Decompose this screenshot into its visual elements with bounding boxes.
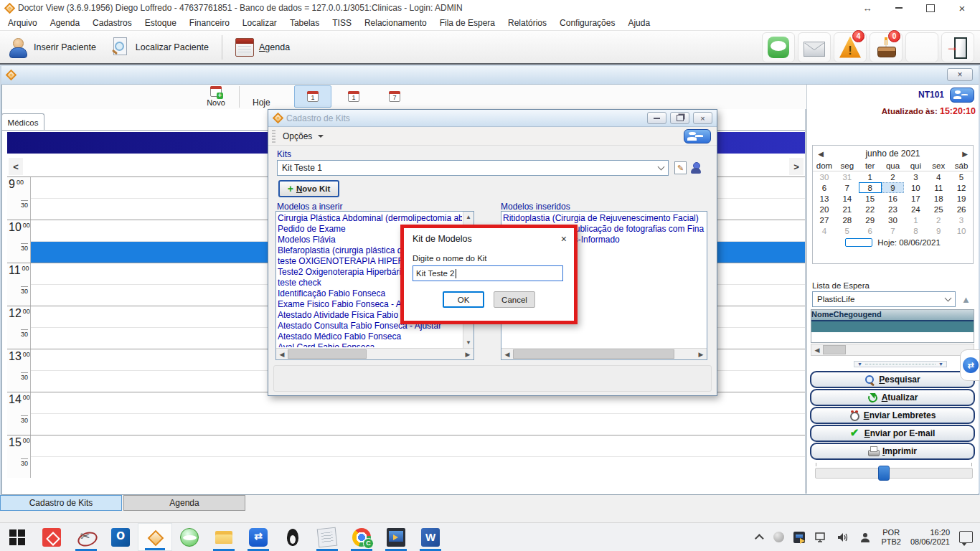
zoom-slider[interactable] (815, 468, 973, 479)
scrollbar-thumb[interactable] (513, 349, 674, 359)
list-hscrollbar[interactable]: ◀ ▶ (501, 348, 707, 359)
menu-item[interactable]: Ajuda (621, 16, 656, 30)
maximize-button[interactable] (924, 2, 937, 14)
monitorapp-tray-icon[interactable] (793, 532, 805, 543)
scroll-right-icon[interactable]: ▶ (695, 351, 707, 358)
calendar-day[interactable]: 15 (859, 193, 882, 204)
Imprimir-button[interactable]: Imprimir (810, 443, 975, 460)
ok-button[interactable]: OK (443, 291, 484, 308)
tab-medicos[interactable]: Médicos (1, 113, 44, 131)
waitlist-hscrollbar[interactable]: ◀ (811, 344, 974, 356)
calendar-day[interactable]: 16 (882, 193, 905, 204)
dialog-restore-button[interactable] (670, 112, 689, 124)
calendar-day[interactable]: 4 (813, 225, 836, 236)
mdi-tab[interactable]: Cadastro de Kits (0, 495, 122, 511)
menu-item[interactable]: Relatórios (501, 16, 553, 30)
calendar-day[interactable]: 7 (836, 182, 859, 193)
menu-item[interactable]: Configurações (553, 16, 621, 30)
dialog-close-button[interactable]: × (693, 112, 712, 124)
today-button[interactable]: Hoje (253, 98, 270, 108)
contacts-chip-icon[interactable] (684, 129, 711, 143)
contacts-button[interactable] (905, 32, 938, 62)
chat-button[interactable] (762, 32, 795, 62)
calendar-day[interactable]: 17 (904, 193, 927, 204)
calendar-day[interactable]: 24 (904, 204, 927, 215)
network-icon[interactable] (814, 531, 827, 544)
day-view-button[interactable] (294, 85, 331, 108)
insert-patient-button[interactable]: Inserir Paciente (0, 33, 103, 62)
scroll-up-icon[interactable]: ▲ (463, 212, 473, 222)
menu-item[interactable]: Financeiro (183, 16, 236, 30)
menu-item[interactable]: Localizar (236, 16, 283, 30)
list-item[interactable]: Atestado Médico Fabio Fonseca (278, 331, 462, 342)
clock[interactable]: 16:2008/06/2021 (910, 528, 950, 547)
calendar-day[interactable]: 21 (836, 204, 859, 215)
mail-button[interactable] (798, 32, 831, 62)
calendar-day[interactable]: 20 (813, 204, 836, 215)
list-item[interactable]: Ritidoplastia (Cirurgia de Rejuvenescime… (503, 213, 705, 224)
calendar-day[interactable]: 27 (813, 215, 836, 225)
exit-button[interactable] (941, 32, 974, 62)
contacts-chip-icon[interactable] (950, 88, 974, 103)
tray-app-icon[interactable] (773, 532, 784, 542)
dialog-minimize-button[interactable] (647, 112, 666, 124)
menu-item[interactable]: Fila de Espera (433, 16, 501, 30)
collapse-panel-icon[interactable]: ▲ (961, 294, 971, 305)
minimize-button[interactable] (892, 2, 905, 14)
scroll-right-icon[interactable]: ▶ (462, 351, 473, 358)
calendar-day[interactable]: 3 (950, 215, 973, 225)
kit-name-input[interactable]: Kit Teste 2 (413, 265, 563, 281)
scroll-left-icon[interactable]: < (9, 158, 23, 175)
calendar-day[interactable]: 3 (904, 171, 927, 182)
teamviewer-popup[interactable]: ⇄ (960, 349, 980, 381)
cancel-button[interactable]: Cancel (494, 291, 535, 308)
workweek-view-button[interactable] (335, 85, 372, 108)
panel-splitter[interactable]: ▼▼ (854, 361, 947, 367)
calendar-day[interactable]: 5 (950, 171, 973, 182)
calendar-day[interactable]: 11 (927, 182, 950, 193)
calendar-day[interactable]: 28 (836, 215, 859, 225)
alert-button[interactable]: 4 (834, 32, 867, 62)
list-item[interactable]: Cirurgia Plástica Abdominal (dermolipect… (278, 213, 462, 224)
menu-item[interactable]: Relacionamento (358, 16, 433, 30)
scrollbar-thumb[interactable] (288, 349, 367, 359)
edit-kit-icon[interactable]: ✎ (674, 161, 687, 174)
scrollbar-left-icon[interactable]: ◀ (811, 347, 823, 354)
user-tray-icon[interactable] (859, 531, 872, 544)
calendar-day[interactable]: 22 (859, 204, 882, 215)
calendar-day[interactable]: 23 (882, 204, 905, 215)
agenda-close-button[interactable]: × (947, 68, 973, 81)
agenda-slot[interactable] (31, 435, 805, 456)
calendar-day[interactable]: 8 (904, 225, 927, 236)
calendar-day[interactable]: 30 (813, 171, 836, 182)
modal-close-icon[interactable]: × (561, 233, 567, 245)
calendar-day[interactable]: 30 (882, 215, 905, 225)
clinic-select[interactable]: PlasticLife (812, 291, 956, 307)
kit-user-icon[interactable] (690, 161, 702, 174)
new-kit-button[interactable]: + Novo Kit (278, 180, 339, 197)
calendar-day[interactable]: 31 (836, 171, 859, 182)
scroll-left-icon[interactable]: ◀ (501, 351, 513, 358)
list-item[interactable]: Aval Card Fabio Fonseca (278, 342, 462, 347)
resize-arrows-icon[interactable]: ↔ (861, 2, 874, 14)
calendar-day[interactable]: 5 (836, 225, 859, 236)
today-label[interactable]: Hoje: 08/06/2021 (877, 238, 941, 247)
week-view-button[interactable] (376, 85, 413, 108)
menu-item[interactable]: Tabelas (283, 16, 326, 30)
cake-button[interactable]: 0 (870, 32, 903, 62)
calendar-day[interactable]: 1 (904, 215, 927, 225)
agenda-button[interactable]: Agenda (228, 33, 297, 62)
new-appointment-button[interactable]: Novo (202, 86, 230, 108)
calendar-day[interactable]: 12 (950, 182, 973, 193)
hidden-icons-chevron[interactable] (755, 534, 764, 543)
calendar-day[interactable]: 10 (950, 225, 973, 236)
Pesquisar-button[interactable]: Pesquisar (810, 371, 975, 388)
calendar-day[interactable]: 25 (927, 204, 950, 215)
calendar-day[interactable]: 4 (927, 171, 950, 182)
calendar-day[interactable]: 9 (882, 182, 905, 193)
Enviar por E-mail-button[interactable]: Enviar por E-mail (810, 425, 975, 442)
close-button[interactable]: × (956, 2, 969, 14)
scroll-right-icon[interactable]: > (789, 158, 804, 175)
column-header[interactable]: gend (863, 310, 882, 320)
menu-item[interactable]: Agenda (44, 16, 86, 30)
